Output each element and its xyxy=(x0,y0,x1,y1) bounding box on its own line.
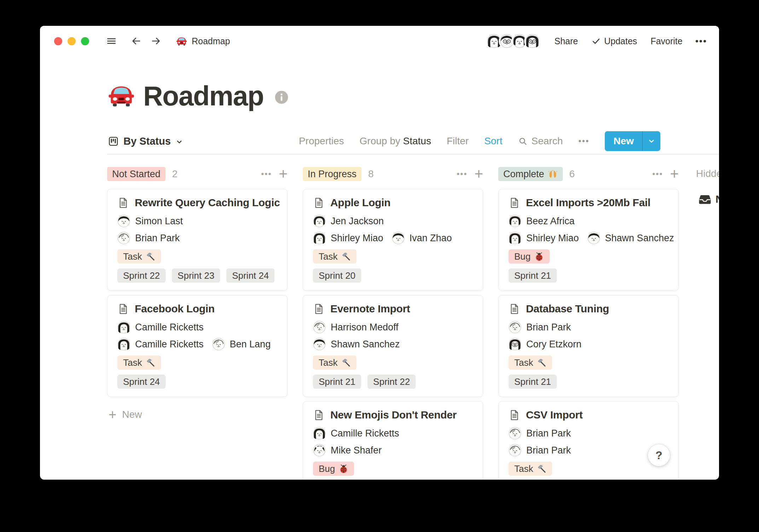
board-card[interactable]: Excel Imports >20Mb Fail Beez Africa Shi… xyxy=(498,189,679,291)
minimize-button[interactable] xyxy=(68,37,76,45)
column-add-icon[interactable]: + xyxy=(670,167,679,181)
assignee-name: Ben Lang xyxy=(230,339,271,350)
type-tag: Task xyxy=(509,462,552,476)
type-tag-row: Task xyxy=(313,355,473,370)
group-by-button[interactable]: Group by Status xyxy=(360,135,431,147)
assignee: Ivan Zhao xyxy=(392,232,452,244)
column-status-badge[interactable]: Not Started xyxy=(107,167,166,181)
assignee-row: Camille Ricketts Ben Lang xyxy=(117,338,277,351)
new-button-label[interactable]: New xyxy=(605,131,642,151)
board-card[interactable]: Apple Login Jen Jackson Shirley Miao Iva… xyxy=(303,189,483,291)
sprint-tag: Sprint 22 xyxy=(367,375,416,389)
chevron-down-icon xyxy=(175,138,183,146)
column-more-icon[interactable]: ••• xyxy=(457,169,467,179)
assignee-name: Shawn Sanchez xyxy=(605,233,674,244)
column-new-button[interactable]: + New xyxy=(107,407,288,422)
page-emoji-car-icon[interactable] xyxy=(108,82,135,109)
type-tag-label: Task xyxy=(123,251,142,262)
card-body: Harrison Medoff Shawn Sanchez TaskSprint… xyxy=(313,321,473,389)
column-header: Not Started 2 ••• + xyxy=(107,167,288,181)
board-card[interactable]: Evernote Import Harrison Medoff Shawn Sa… xyxy=(303,295,483,397)
board-card[interactable]: New Emojis Don't Render Camille Ricketts… xyxy=(303,401,483,480)
assignee: Shawn Sanchez xyxy=(313,338,400,351)
zoom-button[interactable] xyxy=(81,37,89,45)
assignee: Camille Ricketts xyxy=(313,427,399,440)
assignee: Harrison Medoff xyxy=(313,321,399,334)
back-arrow-icon[interactable] xyxy=(131,36,141,46)
type-tag-label: Bug xyxy=(514,251,531,262)
info-icon[interactable] xyxy=(274,90,289,105)
board-card[interactable]: Facebook Login Camille Ricketts Camille … xyxy=(107,295,288,397)
avatar xyxy=(509,215,521,227)
assignee-row: Brian Park xyxy=(117,232,277,244)
plus-icon: + xyxy=(109,408,116,421)
type-tag-row: Task xyxy=(509,462,668,476)
card-body: Camille Ricketts Mike Shafer Bug xyxy=(313,427,473,480)
collaborator-avatar[interactable] xyxy=(524,33,540,49)
column-more-icon[interactable]: ••• xyxy=(261,169,272,179)
assignee-name: Shirley Miao xyxy=(331,233,383,244)
updates-label: Updates xyxy=(604,36,637,46)
column-add-icon[interactable]: + xyxy=(474,167,483,181)
column-count: 6 xyxy=(569,168,575,180)
new-button-dropdown[interactable] xyxy=(642,131,660,151)
type-tag: Task xyxy=(117,249,161,264)
assignee-row: Harrison Medoff xyxy=(313,321,473,334)
sprint-tag-row: Sprint 21 xyxy=(509,268,668,283)
close-button[interactable] xyxy=(54,37,62,45)
updates-button[interactable]: Updates xyxy=(591,36,637,46)
assignee-row: Shirley Miao Ivan Zhao xyxy=(313,232,473,244)
column-status-badge[interactable]: In Progress xyxy=(303,167,361,181)
card-title-row: Database Tuning xyxy=(509,302,668,315)
page-icon xyxy=(509,409,520,421)
help-button[interactable]: ? xyxy=(648,444,670,466)
avatar xyxy=(117,215,130,227)
assignee: Brian Park xyxy=(509,444,571,457)
card-title-row: Excel Imports >20Mb Fail xyxy=(509,196,668,209)
page-icon xyxy=(313,409,325,421)
assignee-name: Brian Park xyxy=(526,428,571,439)
avatar xyxy=(313,338,326,351)
breadcrumb-title: Roadmap xyxy=(192,36,230,46)
assignee-name: Camille Ricketts xyxy=(331,428,399,439)
column-add-icon[interactable]: + xyxy=(279,167,288,181)
more-icon[interactable]: ••• xyxy=(695,36,707,47)
assignee: Simon Last xyxy=(117,215,183,227)
collaborator-avatars[interactable] xyxy=(486,33,540,49)
board-card[interactable]: Database Tuning Brian Park Cory Etzkorn … xyxy=(498,295,679,397)
page-icon xyxy=(313,303,325,315)
assignee-name: Ivan Zhao xyxy=(410,233,452,244)
type-tag-label: Task xyxy=(319,357,337,368)
sprint-tag-row: Sprint 22Sprint 23Sprint 24 xyxy=(117,268,277,283)
assignee: Beez Africa xyxy=(509,215,575,227)
toolbar-more-icon[interactable]: ••• xyxy=(578,136,589,146)
type-tag: Task xyxy=(509,355,552,370)
board-card[interactable]: Rewrite Query Caching Logic Simon Last B… xyxy=(107,189,288,291)
assignee-name: Brian Park xyxy=(135,233,180,244)
hammer-icon xyxy=(146,358,155,368)
hidden-group-item[interactable]: N xyxy=(699,193,719,206)
chevron-down-icon xyxy=(648,137,655,145)
forward-arrow-icon[interactable] xyxy=(151,36,161,46)
sort-button[interactable]: Sort xyxy=(484,135,502,147)
card-title: New Emojis Don't Render xyxy=(330,409,457,421)
hidden-group-label: N xyxy=(715,193,719,205)
card-body: Camille Ricketts Camille Ricketts Ben La… xyxy=(117,321,277,389)
column-status-badge[interactable]: Complete xyxy=(498,167,563,181)
bug-icon xyxy=(534,252,544,261)
sprint-tag: Sprint 21 xyxy=(509,268,557,283)
column-more-icon[interactable]: ••• xyxy=(652,169,663,179)
search-button[interactable]: Search xyxy=(518,135,563,147)
search-label: Search xyxy=(531,135,563,147)
new-button[interactable]: New xyxy=(605,131,660,151)
share-button[interactable]: Share xyxy=(555,36,578,46)
assignee: Brian Park xyxy=(509,321,571,334)
menu-icon[interactable] xyxy=(106,36,117,46)
filter-button[interactable]: Filter xyxy=(447,135,469,147)
board-card[interactable]: CSV Import Brian Park Brian Park Task xyxy=(498,401,679,480)
favorite-button[interactable]: Favorite xyxy=(650,36,682,46)
breadcrumb[interactable]: Roadmap xyxy=(176,36,230,47)
properties-button[interactable]: Properties xyxy=(299,135,344,147)
sprint-tag: Sprint 21 xyxy=(509,375,557,389)
view-switcher[interactable]: By Status xyxy=(108,135,183,147)
